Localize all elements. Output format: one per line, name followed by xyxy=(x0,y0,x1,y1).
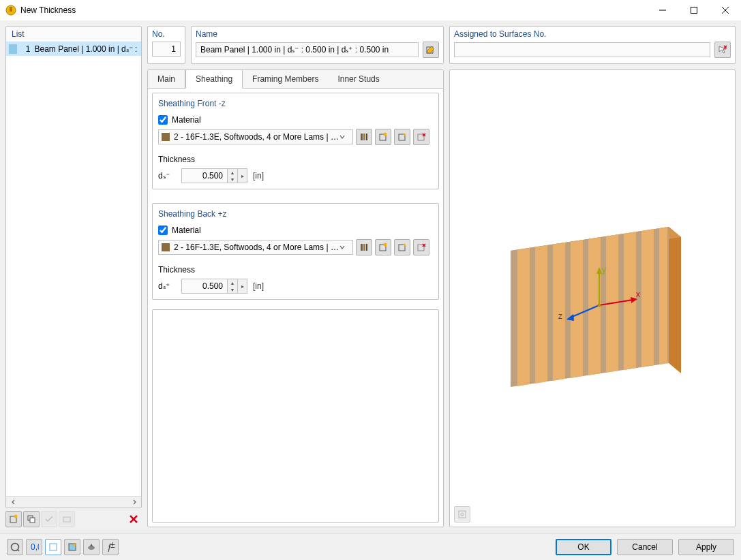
front-thickness-spinner[interactable]: ▲ ▼ ▸ xyxy=(181,168,247,183)
back-material-select[interactable]: 2 - 16F-1.3E, Softwoods, 4 or More Lams … xyxy=(158,240,353,255)
left-panel: List 1 Beam Panel | 1.000 in | dₛ⁻ : 0.5… xyxy=(5,26,142,527)
list-body[interactable]: 1 Beam Panel | 1.000 in | dₛ⁻ : 0.50 xyxy=(6,42,141,496)
name-label: Name xyxy=(196,29,439,39)
material-library-button[interactable] xyxy=(356,239,372,255)
front-material-select[interactable]: 2 - 16F-1.3E, Softwoods, 4 or More Lams … xyxy=(158,129,353,144)
new-item-button[interactable] xyxy=(5,511,22,527)
delete-button[interactable] xyxy=(125,511,142,527)
maximize-button[interactable] xyxy=(678,0,710,20)
color-button[interactable] xyxy=(64,539,80,555)
name-group: Name xyxy=(191,26,444,64)
svg-marker-37 xyxy=(517,248,530,386)
bottom-bar: 0,00 ƒ± OK Cancel Apply xyxy=(0,533,741,560)
svg-rect-3 xyxy=(691,7,697,13)
back-thickness-unit: [in] xyxy=(253,281,264,291)
tab-framing[interactable]: Framing Members xyxy=(243,70,328,88)
list-item[interactable]: 1 Beam Panel | 1.000 in | dₛ⁻ : 0.50 xyxy=(6,42,141,56)
copy-item-button[interactable] xyxy=(23,511,40,527)
horizontal-scrollbar[interactable] xyxy=(6,496,141,508)
ok-button[interactable]: OK xyxy=(556,539,611,555)
name-input[interactable] xyxy=(196,42,419,57)
tab-main[interactable]: Main xyxy=(148,70,185,88)
scroll-right-icon[interactable] xyxy=(128,497,140,508)
svg-rect-19 xyxy=(399,134,405,140)
spinner-menu-button[interactable]: ▸ xyxy=(237,279,247,293)
back-thickness-input[interactable] xyxy=(182,279,227,293)
spinner-up-button[interactable]: ▲ xyxy=(228,169,237,176)
edit-material-button[interactable] xyxy=(394,239,410,255)
assigned-group: Assigned to Surfaces No. xyxy=(449,26,736,64)
svg-rect-15 xyxy=(363,134,365,140)
new-material-button[interactable] xyxy=(375,239,391,255)
assigned-input[interactable] xyxy=(454,42,710,57)
svg-rect-9 xyxy=(30,518,35,523)
edit-material-button[interactable] xyxy=(394,129,410,145)
remove-material-button[interactable] xyxy=(413,239,429,255)
remove-material-button[interactable] xyxy=(413,129,429,145)
back-material-value: 2 - 16F-1.3E, Softwoods, 4 or More Lams … xyxy=(174,243,339,252)
spinner-down-button[interactable]: ▼ xyxy=(228,286,237,293)
svg-marker-38 xyxy=(535,245,547,384)
pick-button[interactable] xyxy=(83,539,100,555)
thickness-icon xyxy=(9,44,17,54)
front-thickness-unit: [in] xyxy=(253,171,264,181)
minimize-button[interactable] xyxy=(647,0,678,20)
svg-text:x: x xyxy=(636,290,640,299)
scroll-left-icon[interactable] xyxy=(7,497,19,508)
units-button[interactable]: 0,00 xyxy=(26,539,42,555)
spinner-up-button[interactable]: ▲ xyxy=(228,279,237,286)
close-button[interactable] xyxy=(710,0,741,20)
new-material-button[interactable] xyxy=(375,129,391,145)
help-button[interactable] xyxy=(7,539,23,555)
svg-text:y: y xyxy=(602,265,606,275)
edit-name-button[interactable] xyxy=(423,42,439,58)
back-thickness-spinner[interactable]: ▲ ▼ ▸ xyxy=(181,279,247,294)
front-thickness-input[interactable] xyxy=(182,169,227,183)
svg-text:0,00: 0,00 xyxy=(31,542,39,552)
center-column: No. Name Main Sheathing Framing Members … xyxy=(147,26,444,527)
tab-sheathing[interactable]: Sheathing xyxy=(185,70,243,89)
svg-rect-61 xyxy=(50,544,57,550)
preview-graphic: y x z xyxy=(490,196,695,401)
preview-settings-button[interactable] xyxy=(454,506,470,523)
front-material-checkbox[interactable] xyxy=(158,115,168,125)
back-thickness-symbol: dₛ⁺ xyxy=(158,281,176,291)
right-column: Assigned to Surfaces No. xyxy=(449,26,736,527)
preview-viewport[interactable]: y x z xyxy=(449,69,736,527)
svg-marker-40 xyxy=(571,240,583,378)
material-swatch-icon xyxy=(162,133,170,141)
no-input[interactable] xyxy=(152,42,181,57)
front-thickness-label: Thickness xyxy=(158,155,433,164)
view-button xyxy=(59,511,75,527)
cancel-button[interactable]: Cancel xyxy=(617,539,673,555)
svg-marker-34 xyxy=(669,227,681,373)
list-toolbar xyxy=(5,508,142,527)
sheathing-front-title: Sheathing Front -z xyxy=(158,99,433,108)
sheathing-back-section: Sheathing Back +z Material 2 - 16F-1.3E,… xyxy=(152,203,439,300)
function-button[interactable]: ƒ± xyxy=(102,539,119,555)
no-group: No. xyxy=(147,26,185,64)
svg-rect-28 xyxy=(399,245,405,251)
svg-rect-56 xyxy=(459,511,466,518)
list-item-number: 1 xyxy=(20,44,30,54)
content-area: List 1 Beam Panel | 1.000 in | dₛ⁻ : 0.5… xyxy=(0,20,741,533)
tab-inner-studs[interactable]: Inner Studs xyxy=(328,70,389,88)
back-material-checkbox[interactable] xyxy=(158,225,168,235)
default-button[interactable] xyxy=(45,539,61,555)
spinner-menu-button[interactable]: ▸ xyxy=(237,169,247,183)
titlebar: New Thickness xyxy=(0,0,741,20)
back-thickness-label: Thickness xyxy=(158,265,433,275)
svg-point-57 xyxy=(461,513,464,516)
app-icon xyxy=(5,5,16,16)
svg-point-18 xyxy=(384,133,387,136)
tabs-strip: Main Sheathing Framing Members Inner Stu… xyxy=(148,70,443,89)
pick-surface-button[interactable] xyxy=(714,42,731,58)
apply-button[interactable]: Apply xyxy=(678,539,734,555)
front-material-label: Material xyxy=(172,115,201,125)
spinner-down-button[interactable]: ▼ xyxy=(228,176,237,183)
svg-marker-45 xyxy=(659,227,667,364)
material-swatch-icon xyxy=(162,243,170,251)
svg-rect-16 xyxy=(366,134,367,140)
material-library-button[interactable] xyxy=(356,129,372,145)
svg-point-63 xyxy=(73,544,76,546)
